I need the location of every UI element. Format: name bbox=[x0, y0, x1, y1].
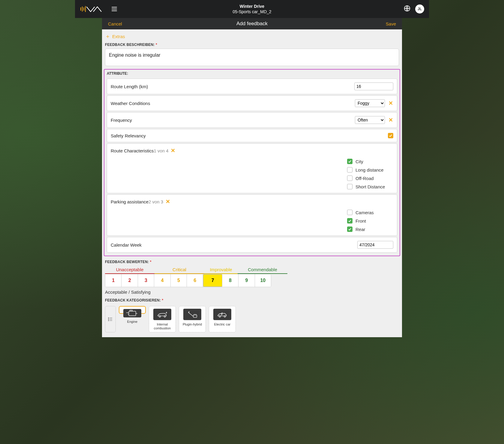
route-char-option-label: Long distance bbox=[356, 167, 383, 172]
category-electric[interactable]: Electric car bbox=[209, 306, 236, 332]
category-plugin-label: Plugin-hybrid bbox=[183, 322, 202, 330]
parking-option[interactable]: Rear bbox=[347, 226, 392, 232]
attr-calendar-week: Calendar Week bbox=[107, 237, 397, 253]
rating-cell-2[interactable]: 2 bbox=[122, 274, 138, 287]
rating-cell-5[interactable]: 5 bbox=[171, 274, 187, 287]
route-char-option[interactable]: Short Distance bbox=[347, 184, 392, 189]
attr-route-characteristics: Route Characteristics 1 von 4 ✕ CityLong… bbox=[107, 143, 397, 193]
attr-parking-label: Parking assistance bbox=[111, 199, 148, 204]
attr-weather: Weather Conditions Foggy ✕ bbox=[107, 95, 397, 111]
menu-icon[interactable] bbox=[112, 7, 117, 11]
parking-option[interactable]: Cameras bbox=[347, 210, 392, 215]
route-char-checkbox[interactable] bbox=[347, 184, 352, 189]
category-engine[interactable]: Engine bbox=[119, 306, 146, 314]
category-internal[interactable]: Internal combustion bbox=[149, 306, 176, 332]
parking-option-label: Front bbox=[356, 218, 366, 224]
extras-label: Extras bbox=[112, 34, 125, 39]
rating-cell-9[interactable]: 9 bbox=[238, 274, 255, 287]
parking-checkbox[interactable] bbox=[347, 226, 352, 232]
route-char-option-label: Off-Road bbox=[356, 176, 374, 181]
attr-route-char-clear-icon[interactable]: ✕ bbox=[170, 147, 176, 154]
category-electric-label: Electric car bbox=[214, 322, 230, 330]
rating-group-commendable: Commendable bbox=[238, 267, 287, 274]
attr-safety-label: Safety Relevancy bbox=[111, 133, 146, 138]
svg-rect-12 bbox=[130, 310, 132, 311]
svg-point-22 bbox=[219, 316, 220, 317]
main-panel: ＋ Extras FEEDBACK BESCHREIBEN: * Engine … bbox=[102, 29, 402, 337]
page-title: Add feedback bbox=[236, 21, 268, 27]
extras-button[interactable]: ＋ Extras bbox=[102, 29, 402, 42]
attr-safety: Safety Relevancy bbox=[107, 129, 397, 142]
app-logo bbox=[80, 4, 107, 14]
route-char-option[interactable]: City bbox=[347, 159, 392, 164]
category-electric-icon bbox=[213, 309, 231, 320]
attr-route-length-input[interactable] bbox=[354, 82, 393, 90]
attr-route-length-label: Route Length (km) bbox=[111, 84, 148, 89]
attr-frequency-clear-icon[interactable]: ✕ bbox=[388, 117, 393, 123]
logo-area bbox=[80, 4, 117, 14]
sub-header: Cancel Add feedback Save bbox=[102, 18, 402, 29]
avatar[interactable]: JL bbox=[415, 4, 424, 14]
attr-route-char-label: Route Characteristics bbox=[111, 148, 154, 153]
route-char-checkbox[interactable] bbox=[347, 159, 352, 164]
category-plugin-icon bbox=[183, 309, 201, 320]
app-bar: Winter Drive 05-Sports car_MD_2 JL bbox=[75, 0, 429, 18]
svg-point-23 bbox=[224, 316, 226, 317]
attr-calweek-label: Calendar Week bbox=[111, 242, 142, 248]
rating-grid: 12345678910 bbox=[105, 274, 271, 287]
rating-group-improvable: Improvable bbox=[204, 267, 238, 274]
route-char-option-label: Short Distance bbox=[356, 184, 385, 189]
attr-frequency: Frequency Often ✕ bbox=[107, 112, 397, 128]
attr-frequency-select[interactable]: Often bbox=[355, 116, 385, 124]
attr-calweek-input[interactable] bbox=[357, 241, 393, 249]
svg-rect-11 bbox=[129, 311, 136, 316]
context-title-line2: 05-Sports car_MD_2 bbox=[232, 9, 271, 14]
attr-parking-clear-icon[interactable]: ✕ bbox=[165, 198, 170, 205]
categorize-label: FEEDBACK KATEGORISIEREN: * bbox=[102, 298, 402, 304]
rating-cell-8[interactable]: 8 bbox=[222, 274, 238, 287]
parking-option[interactable]: Front bbox=[347, 218, 392, 224]
save-button[interactable]: Save bbox=[386, 21, 396, 26]
svg-line-18 bbox=[188, 312, 194, 316]
attr-frequency-label: Frequency bbox=[111, 118, 132, 123]
svg-point-17 bbox=[164, 316, 166, 317]
rating-group-labels: Unacceptable Critical Improvable Commend… bbox=[105, 267, 399, 274]
rating-cell-10[interactable]: 10 bbox=[255, 274, 271, 287]
route-char-option-label: City bbox=[356, 159, 363, 164]
parking-checkbox[interactable] bbox=[347, 218, 352, 224]
rating-cell-3[interactable]: 3 bbox=[138, 274, 154, 287]
attr-weather-select[interactable]: Foggy bbox=[355, 99, 385, 107]
attr-weather-label: Weather Conditions bbox=[111, 101, 150, 106]
rating-cell-6[interactable]: 6 bbox=[187, 274, 203, 287]
category-list-icon[interactable] bbox=[105, 306, 116, 332]
route-char-checkbox[interactable] bbox=[347, 167, 352, 172]
category-engine-label: Engine bbox=[127, 320, 137, 328]
attr-weather-clear-icon[interactable]: ✕ bbox=[388, 100, 393, 106]
rating-note: Acceptable / Satisfying bbox=[102, 287, 402, 298]
rating-cell-4[interactable]: 4 bbox=[154, 274, 170, 287]
route-char-option[interactable]: Off-Road bbox=[347, 176, 392, 181]
attribute-section: ATTRIBUTE: Route Length (km) Weather Con… bbox=[104, 69, 400, 256]
route-char-option[interactable]: Long distance bbox=[347, 167, 392, 172]
language-icon[interactable] bbox=[404, 5, 410, 13]
plus-icon: ＋ bbox=[105, 34, 110, 39]
attr-parking: Parking assistance 2 von 3 ✕ CamerasFron… bbox=[107, 194, 397, 236]
context-title: Winter Drive 05-Sports car_MD_2 bbox=[232, 4, 271, 14]
context-title-line1: Winter Drive bbox=[232, 4, 271, 9]
parking-checkbox[interactable] bbox=[347, 210, 352, 215]
feedback-description-input[interactable]: Engine noise is irregular bbox=[105, 49, 399, 66]
category-plugin[interactable]: Plugin-hybrid bbox=[179, 306, 206, 332]
category-row: EngineInternal combustionPlugin-hybridEl… bbox=[102, 304, 402, 334]
category-engine-icon bbox=[123, 309, 141, 317]
cancel-button[interactable]: Cancel bbox=[108, 21, 122, 26]
route-char-checkbox[interactable] bbox=[347, 176, 352, 181]
svg-point-5 bbox=[108, 318, 109, 318]
svg-point-16 bbox=[159, 316, 160, 317]
attr-parking-count: 2 von 3 bbox=[148, 199, 163, 204]
rating-cell-7[interactable]: 7 bbox=[203, 274, 222, 287]
category-internal-label: Internal combustion bbox=[150, 322, 174, 330]
rating-group-critical: Critical bbox=[154, 267, 204, 274]
rating-cell-1[interactable]: 1 bbox=[105, 274, 122, 287]
attr-safety-checkbox[interactable] bbox=[388, 133, 393, 138]
parking-option-label: Rear bbox=[356, 227, 365, 232]
